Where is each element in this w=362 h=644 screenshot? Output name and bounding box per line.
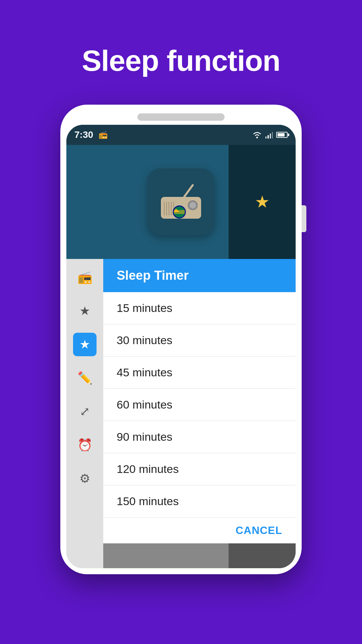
modal-option-150[interactable]: 150 minutes [103, 485, 296, 518]
modal-option-45[interactable]: 45 minutes [103, 357, 296, 389]
radio-svg [154, 182, 208, 222]
modal-title: Sleep Timer [117, 268, 189, 282]
page-title: Sleep function [82, 44, 280, 78]
modal-cancel-row: CANCEL [103, 518, 296, 543]
sidebar-item-favorites[interactable]: ★ [73, 299, 97, 323]
phone-speaker [137, 113, 225, 121]
modal-header: Sleep Timer [103, 259, 296, 292]
modal-option-15[interactable]: 15 minutes [103, 292, 296, 324]
modal-option-120[interactable]: 120 minutes [103, 453, 296, 485]
modal-option-30[interactable]: 30 minutes [103, 324, 296, 357]
option-45-label: 45 minutes [117, 366, 172, 379]
share-icon: ⤢ [80, 405, 90, 419]
option-15-label: 15 minutes [117, 302, 172, 314]
svg-point-0 [256, 137, 258, 139]
sidebar-item-settings[interactable]: ⚙ [73, 467, 97, 490]
status-bar: 7:30 📻 [66, 125, 296, 145]
modal-option-60[interactable]: 60 minutes [103, 389, 296, 421]
sidebar-item-share[interactable]: ⤢ [73, 400, 97, 423]
sidebar: 📻 ★ ★ ✏️ ⤢ ⏰ [66, 259, 103, 568]
star-filled-icon: ★ [79, 337, 90, 352]
phone-screen: 7:30 📻 [66, 125, 296, 568]
wifi-icon [252, 131, 262, 139]
timer-icon: ⏰ [77, 438, 93, 452]
app-header-right: ★ [229, 145, 296, 259]
status-icons-right [252, 131, 288, 139]
svg-rect-11 [173, 210, 185, 214]
radio-icon: 📻 [77, 270, 93, 284]
option-150-label: 150 minutes [117, 495, 179, 507]
option-90-label: 90 minutes [117, 430, 172, 443]
status-time: 7:30 [74, 129, 93, 140]
main-content: ★ ☽ Sleep Timer 15 minutes 30 minutes [103, 259, 296, 568]
header-star-icon: ★ [255, 192, 270, 212]
modal-option-90[interactable]: 90 minutes [103, 421, 296, 453]
radio-app-icon [147, 168, 215, 235]
sidebar-item-edit[interactable]: ✏️ [73, 366, 97, 390]
app-header: ★ [66, 145, 296, 259]
signal-icon [265, 131, 273, 139]
option-60-label: 60 minutes [117, 398, 172, 411]
battery-icon [276, 132, 288, 138]
option-30-label: 30 minutes [117, 334, 172, 346]
sidebar-item-timer[interactable]: ⏰ [73, 433, 97, 457]
volume-button[interactable] [302, 205, 306, 232]
sleep-timer-modal: Sleep Timer 15 minutes 30 minutes 45 min… [103, 259, 296, 543]
radio-status-icon: 📻 [99, 130, 108, 139]
app-body: 📻 ★ ★ ✏️ ⤢ ⏰ [66, 259, 296, 568]
svg-point-9 [189, 202, 196, 209]
star-icon: ★ [79, 304, 90, 318]
sidebar-item-radio[interactable]: 📻 [73, 266, 97, 289]
svg-line-7 [184, 185, 193, 197]
phone-mockup: 7:30 📻 [60, 105, 302, 574]
sidebar-item-favorites2[interactable]: ★ [73, 333, 97, 356]
option-120-label: 120 minutes [117, 463, 179, 475]
cancel-button[interactable]: CANCEL [236, 524, 282, 537]
phone-frame: 7:30 📻 [60, 105, 302, 574]
gear-icon: ⚙ [79, 472, 90, 486]
edit-icon: ✏️ [77, 371, 93, 385]
